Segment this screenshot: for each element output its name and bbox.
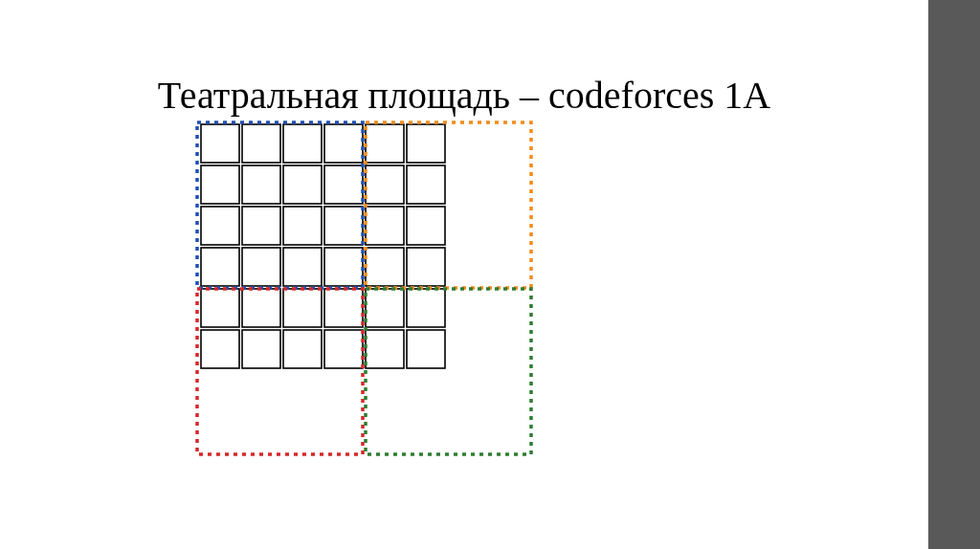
grid-cell <box>407 248 445 286</box>
grid-cell <box>242 330 280 368</box>
grid-cell <box>242 248 280 286</box>
grid-cell <box>324 248 363 286</box>
grid-cell <box>407 289 445 327</box>
grid-cell <box>366 124 404 163</box>
grid-cell <box>324 165 363 204</box>
grid-cell <box>407 207 445 245</box>
grid-cell <box>324 207 363 245</box>
grid-cell <box>201 248 239 286</box>
grid-cell <box>407 165 445 204</box>
grid-cell <box>283 207 322 245</box>
grid-cell <box>242 124 280 163</box>
grid-cell <box>366 248 404 286</box>
grid-cell <box>242 165 280 204</box>
slide: Театральная площадь – codeforces 1A <box>0 0 980 549</box>
grid-cell <box>366 207 404 245</box>
grid-cell <box>324 124 363 163</box>
grid-cell <box>366 289 404 327</box>
grid-layer <box>201 124 445 368</box>
grid-cell <box>407 330 445 368</box>
grid-cell <box>366 165 404 204</box>
tiling-diagram <box>191 115 727 516</box>
tile-orange <box>366 122 531 288</box>
grid-cell <box>283 289 322 327</box>
grid-cell <box>283 248 322 286</box>
grid-cell <box>283 165 322 204</box>
tile-green <box>366 289 531 454</box>
grid-cell <box>324 330 363 368</box>
grid-cell <box>201 124 239 163</box>
grid-cell <box>366 330 404 368</box>
slide-title: Театральная площадь – codeforces 1A <box>0 73 928 118</box>
grid-cell <box>407 124 445 163</box>
grid-cell <box>324 289 363 327</box>
grid-cell <box>201 207 239 245</box>
grid-cell <box>201 289 239 327</box>
grid-cell <box>283 124 322 163</box>
grid-cell <box>201 330 239 368</box>
grid-cell <box>201 165 239 204</box>
grid-cell <box>242 289 280 327</box>
grid-cell <box>283 330 322 368</box>
grid-cell <box>242 207 280 245</box>
sidebar-accent <box>928 0 980 549</box>
